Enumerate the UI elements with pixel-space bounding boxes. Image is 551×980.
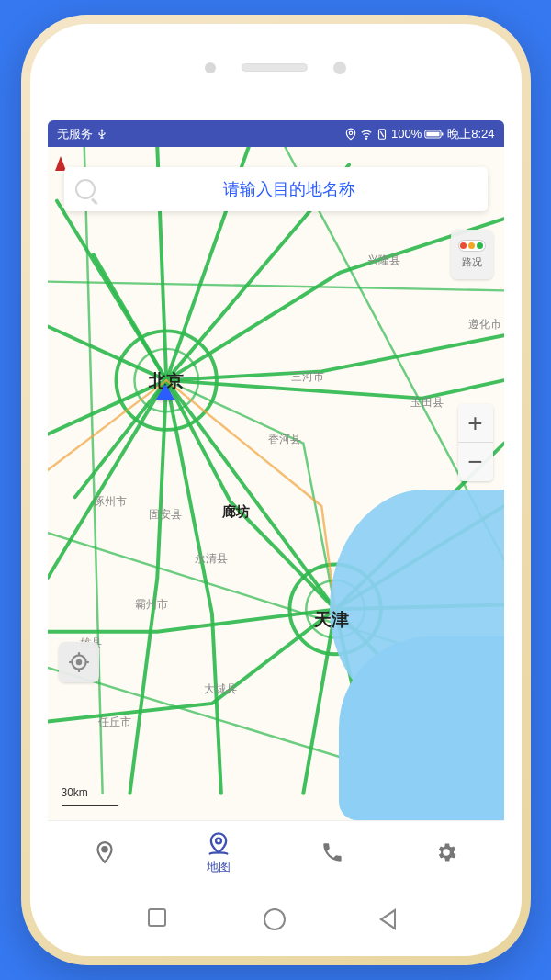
traffic-toggle-button[interactable]: 路况 xyxy=(451,230,493,279)
town-label: 大城县 xyxy=(204,681,237,697)
wifi-icon xyxy=(360,128,373,141)
locate-me-button[interactable] xyxy=(59,642,99,682)
battery-percent-text: 100% xyxy=(391,127,422,141)
phone-body: 无服务 100% 晚上8:24 xyxy=(30,24,522,956)
bottom-tab-bar: 地图 xyxy=(48,820,504,884)
map-pin-icon xyxy=(205,830,232,858)
zoom-in-button[interactable]: + xyxy=(458,404,493,443)
phone-icon xyxy=(319,839,346,866)
hardware-nav-bar xyxy=(30,884,522,956)
location-icon xyxy=(344,128,357,141)
speaker-grille xyxy=(242,63,308,72)
town-label: 遵化市 xyxy=(468,317,501,332)
map-canvas[interactable]: 北京天津廊坊兴隆县遵化市三河市玉田县香河县涿州市固安县永清县霸州市雄县大城县任丘… xyxy=(48,147,504,820)
town-label: 固安县 xyxy=(149,507,182,523)
zoom-control: + − xyxy=(458,404,493,481)
traffic-light-icon xyxy=(458,240,486,252)
town-label: 任丘市 xyxy=(98,715,131,730)
town-label: 永清县 xyxy=(195,551,228,567)
battery-icon xyxy=(424,128,444,141)
current-location-marker xyxy=(156,384,174,400)
proximity-sensor xyxy=(205,62,216,73)
tab-settings[interactable] xyxy=(389,821,503,884)
top-hardware xyxy=(30,24,522,111)
front-camera xyxy=(333,62,346,74)
search-icon xyxy=(75,179,96,199)
town-label: 兴隆县 xyxy=(367,253,400,268)
svg-rect-6 xyxy=(427,131,440,136)
svg-line-3 xyxy=(380,131,384,137)
location-pin-icon xyxy=(91,839,118,866)
svg-point-12 xyxy=(76,660,80,664)
search-bar[interactable] xyxy=(64,167,488,211)
zoom-out-button[interactable]: − xyxy=(458,443,493,481)
service-status-text: 无服务 xyxy=(57,126,93,142)
back-key[interactable] xyxy=(379,908,403,932)
recent-apps-key[interactable] xyxy=(148,908,172,932)
town-label: 玉田县 xyxy=(410,395,444,411)
gear-icon xyxy=(433,839,460,866)
town-label: 三河市 xyxy=(291,369,324,385)
tab-map[interactable]: 地图 xyxy=(162,821,276,884)
status-bar: 无服务 100% 晚上8:24 xyxy=(48,120,504,147)
phone-frame: 无服务 100% 晚上8:24 xyxy=(21,15,531,965)
clock-text: 晚上8:24 xyxy=(447,126,494,142)
svg-point-1 xyxy=(365,138,366,139)
home-key[interactable] xyxy=(264,908,287,932)
town-label: 霸州市 xyxy=(135,597,168,613)
map-viewport[interactable]: 北京天津廊坊兴隆县遵化市三河市玉田县香河县涿州市固安县永清县霸州市雄县大城县任丘… xyxy=(48,147,504,820)
tab-location[interactable] xyxy=(48,821,162,884)
tab-label: 地图 xyxy=(207,859,231,875)
destination-input[interactable] xyxy=(103,180,477,199)
crosshair-icon xyxy=(67,650,91,674)
svg-point-18 xyxy=(216,839,221,844)
sim-icon xyxy=(376,128,388,141)
traffic-label: 路况 xyxy=(462,255,482,269)
town-label: 香河县 xyxy=(268,432,301,447)
svg-point-17 xyxy=(102,847,107,851)
svg-point-0 xyxy=(349,131,353,135)
city-label: 廊坊 xyxy=(222,503,250,521)
city-label: 天津 xyxy=(314,608,349,632)
town-label: 涿州市 xyxy=(94,494,127,510)
usb-icon xyxy=(96,128,108,141)
screen: 无服务 100% 晚上8:24 xyxy=(48,120,504,884)
svg-rect-5 xyxy=(442,132,444,135)
map-scale: 30km xyxy=(62,786,118,806)
scale-text: 30km xyxy=(62,786,88,799)
tab-phone[interactable] xyxy=(276,821,389,884)
